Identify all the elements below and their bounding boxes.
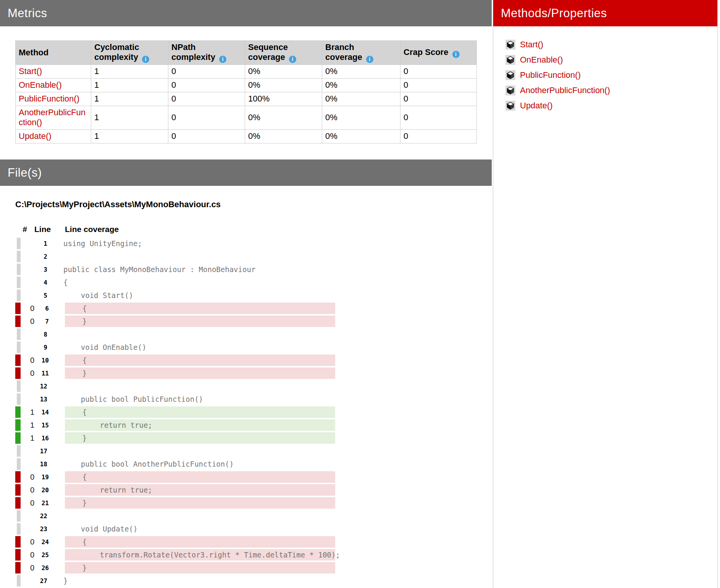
coverage-gutter-bar bbox=[17, 510, 21, 522]
sidebar-link-publicfunction[interactable]: PublicFunction() bbox=[520, 70, 581, 80]
code-text: } bbox=[65, 562, 335, 574]
coverage-gutter-bar bbox=[17, 238, 21, 249]
sidebar-link-onenable[interactable]: OnEnable() bbox=[520, 55, 563, 65]
line-number: 20 bbox=[34, 487, 49, 494]
cell-cyclomatic: 1 bbox=[91, 78, 168, 92]
sidebar-link-anotherpublicfunction[interactable]: AnotherPublicFunction() bbox=[520, 85, 610, 95]
header-hash: # bbox=[15, 225, 34, 234]
coverage-gutter-bar bbox=[17, 342, 21, 353]
coverage-gutter-bar bbox=[17, 393, 21, 405]
code-line-row: 27} bbox=[15, 574, 492, 587]
code-text: { bbox=[63, 277, 334, 288]
table-row: Start() 1 0 0% 0% 0 bbox=[16, 64, 477, 78]
method-link-start[interactable]: Start() bbox=[19, 66, 42, 76]
coverage-gutter-bar bbox=[17, 277, 21, 288]
code-text bbox=[63, 251, 334, 262]
cell-cyclomatic: 1 bbox=[91, 106, 168, 129]
metrics-table-container: Method Cyclomaticcomplexity NPathcomplex… bbox=[0, 26, 492, 143]
method-link-anotherpublicfunction[interactable]: AnotherPublicFunction() bbox=[19, 108, 86, 127]
coverage-gutter-bar bbox=[15, 471, 21, 483]
cube-icon bbox=[505, 70, 515, 80]
line-number: 16 bbox=[34, 435, 49, 442]
cell-cyclomatic: 1 bbox=[91, 129, 168, 143]
cell-npath: 0 bbox=[168, 106, 245, 129]
cube-icon bbox=[505, 40, 515, 50]
line-number: 24 bbox=[34, 538, 49, 546]
method-link-onenable[interactable]: OnEnable() bbox=[19, 80, 62, 90]
method-list: Start() OnEnable() PublicFunction() Anot… bbox=[493, 26, 717, 113]
col-sequence-coverage: Sequencecoverage bbox=[245, 41, 322, 65]
code-line-row: 011 } bbox=[15, 367, 492, 380]
cell-crap: 0 bbox=[400, 78, 477, 92]
code-line-row: 021 } bbox=[15, 496, 492, 509]
visit-count: 0 bbox=[23, 551, 34, 559]
sidebar-link-start[interactable]: Start() bbox=[520, 40, 543, 50]
info-icon bbox=[219, 56, 226, 63]
line-number: 17 bbox=[33, 448, 47, 455]
code-line-row: 2 bbox=[15, 250, 492, 263]
metrics-table: Method Cyclomaticcomplexity NPathcomplex… bbox=[15, 40, 477, 143]
line-number: 19 bbox=[34, 474, 49, 481]
table-row: AnotherPublicFunction() 1 0 0% 0% 0 bbox=[16, 106, 477, 129]
header-line-coverage: Line coverage bbox=[65, 225, 119, 234]
code-line-row: 025 transform.Rotate(Vector3.right * Tim… bbox=[15, 548, 492, 561]
visit-count: 0 bbox=[23, 356, 34, 365]
sidebar-item-publicfunction[interactable]: PublicFunction() bbox=[505, 68, 717, 83]
coverage-gutter-bar bbox=[15, 419, 21, 431]
code-line-row: 019 { bbox=[15, 470, 492, 483]
coverage-gutter-bar bbox=[15, 303, 21, 314]
code-line-row: 06 { bbox=[15, 302, 492, 315]
line-number: 9 bbox=[33, 344, 47, 351]
code-text bbox=[63, 510, 334, 522]
line-number: 27 bbox=[33, 577, 47, 585]
method-link-publicfunction[interactable]: PublicFunction() bbox=[19, 94, 79, 103]
code-line-row: 5 void Start() bbox=[15, 289, 492, 302]
coverage-gutter-bar bbox=[15, 316, 21, 327]
cell-branch: 0% bbox=[322, 129, 400, 143]
cube-icon bbox=[505, 55, 515, 65]
line-number: 15 bbox=[34, 422, 49, 429]
code-text: } bbox=[65, 497, 335, 509]
method-link-update[interactable]: Update() bbox=[19, 131, 52, 141]
line-number: 18 bbox=[33, 461, 47, 468]
left-column: Metrics Method Cyclomaticcomplexity NPat… bbox=[0, 0, 492, 143]
line-number: 7 bbox=[34, 318, 49, 325]
sidebar-item-anotherpublicfunction[interactable]: AnotherPublicFunction() bbox=[505, 83, 717, 98]
line-number: 3 bbox=[33, 266, 47, 273]
visit-count: 0 bbox=[23, 317, 34, 326]
visit-count: 0 bbox=[23, 499, 34, 507]
line-number: 10 bbox=[34, 357, 49, 364]
line-number: 13 bbox=[33, 396, 47, 403]
code-text: public bool AnotherPublicFunction() bbox=[63, 458, 334, 470]
code-line-row: 024 { bbox=[15, 535, 492, 548]
code-text: } bbox=[65, 432, 335, 444]
coverage-gutter-bar bbox=[15, 406, 21, 418]
coverage-gutter-bar bbox=[17, 380, 21, 392]
coverage-gutter-bar bbox=[17, 290, 21, 301]
sidebar-item-onenable[interactable]: OnEnable() bbox=[505, 52, 717, 68]
sidebar-item-update[interactable]: Update() bbox=[505, 98, 717, 113]
sidebar-link-update[interactable]: Update() bbox=[520, 101, 553, 111]
line-number: 22 bbox=[33, 512, 47, 520]
code-line-row: 13 public bool PublicFunction() bbox=[15, 393, 492, 406]
cell-branch: 0% bbox=[322, 78, 400, 92]
cell-npath: 0 bbox=[168, 92, 245, 106]
code-text: transform.Rotate(Vector3.right * Time.de… bbox=[65, 549, 335, 561]
cell-sequence: 0% bbox=[245, 106, 322, 129]
col-branch-coverage: Branchcoverage bbox=[322, 41, 400, 65]
coverage-gutter-bar bbox=[17, 251, 21, 262]
visit-count: 0 bbox=[23, 304, 34, 313]
cell-cyclomatic: 1 bbox=[91, 64, 168, 78]
col-crap-score: Crap Score bbox=[400, 41, 477, 65]
table-row: PublicFunction() 1 0 100% 0% 0 bbox=[16, 92, 477, 106]
cell-npath: 0 bbox=[168, 78, 245, 92]
sidebar-item-start[interactable]: Start() bbox=[505, 37, 717, 52]
line-number: 1 bbox=[33, 240, 47, 247]
coverage-gutter-bar bbox=[15, 354, 21, 366]
code-text: { bbox=[65, 406, 335, 418]
line-number: 21 bbox=[34, 499, 49, 507]
code-line-row: 1using UnityEngine; bbox=[15, 237, 492, 250]
cell-crap: 0 bbox=[400, 129, 477, 143]
visit-count: 0 bbox=[23, 538, 34, 546]
col-cyclomatic-complexity: Cyclomaticcomplexity bbox=[91, 41, 168, 65]
